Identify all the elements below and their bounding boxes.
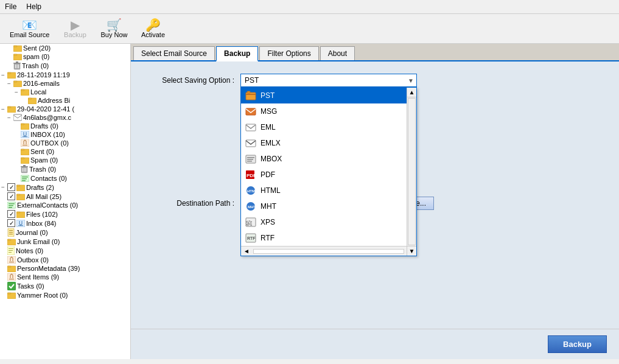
tree-label: Journal (0) <box>16 229 48 236</box>
tree-item[interactable]: PersonMetadata (39) <box>0 264 130 273</box>
dropdown-item-pdf[interactable]: PDFPDF <box>241 167 407 183</box>
dropdown-menu: PSTMSGEMLEMLXMBOXPDFPDFHTMLHTMLMHTMHT</>… <box>240 87 417 256</box>
bottom-bar: Backup <box>131 329 619 359</box>
scroll-up-button[interactable]: ▲ <box>407 88 416 97</box>
tree-item[interactable]: ✓All Mail (25) <box>0 192 130 201</box>
tab-filter-options[interactable]: Filter Options <box>259 46 318 60</box>
tree-item[interactable]: −29-04-2020 12-41 ( <box>0 105 130 113</box>
tab-about[interactable]: About <box>320 46 355 60</box>
svg-rect-46 <box>9 203 15 205</box>
tree-item[interactable]: Yammer Root (0) <box>0 291 130 299</box>
svg-rect-56 <box>9 234 13 234</box>
dropdown-scrollbar: ▲ ▼ <box>407 88 416 256</box>
menu-bar: File Help <box>0 0 619 14</box>
dropdown-item-pst[interactable]: PST <box>241 88 407 103</box>
backup-action-button[interactable]: Backup <box>548 335 607 353</box>
tree-item[interactable]: spam (0) <box>0 52 130 61</box>
tree-item[interactable]: ExternalContacts (0) <box>0 201 130 209</box>
dropdown-item-mbox[interactable]: MBOX <box>241 151 407 167</box>
tree-item[interactable]: Sent (20) <box>0 44 130 52</box>
tree-item[interactable]: −Local <box>0 88 130 96</box>
tree-item[interactable]: −28-11-2019 11:19 <box>0 71 130 79</box>
tree-item[interactable]: Contacts (0) <box>0 174 130 183</box>
tree-item[interactable]: ✓Inbox (84) <box>0 219 130 228</box>
tree-label: Tasks (0) <box>17 282 44 290</box>
tree-label: Junk Email (0) <box>17 238 60 245</box>
scroll-down-button[interactable]: ▼ <box>407 246 416 256</box>
tree-item[interactable]: Address Bi <box>0 96 130 105</box>
hscroll-left-button[interactable]: ◄ <box>241 248 252 254</box>
tree-item[interactable]: Notes (0) <box>0 246 130 256</box>
tree-toggle[interactable]: − <box>1 72 7 79</box>
svg-rect-75 <box>246 108 256 115</box>
svg-rect-80 <box>247 159 253 160</box>
svg-rect-51 <box>16 220 25 227</box>
checkbox[interactable]: ✓ <box>7 219 15 227</box>
dropdown-item-msg[interactable]: MSG <box>241 103 407 119</box>
hscroll-track <box>253 249 404 254</box>
svg-rect-33 <box>24 168 25 172</box>
tab-backup[interactable]: Backup <box>216 46 258 61</box>
tree-icon <box>7 256 16 264</box>
email-source-button[interactable]: 📧 Email Source <box>5 16 54 41</box>
saving-option-select[interactable]: PST ▼ <box>240 74 417 87</box>
tree-icon <box>7 273 16 281</box>
tree-label: Sent (20) <box>23 44 51 52</box>
emlx-format-icon <box>245 138 257 148</box>
tree-item[interactable]: −4n6labs@gmx.c <box>0 113 130 122</box>
dropdown-item-eml[interactable]: EML <box>241 119 407 135</box>
svg-rect-11 <box>7 72 11 74</box>
tree-label: Drafts (2) <box>26 184 54 191</box>
tree-label: Outbox (0) <box>17 256 49 264</box>
tree-item[interactable]: −2016-emails <box>0 79 130 88</box>
tree-item[interactable]: Drafts (0) <box>0 122 130 130</box>
main-container: Sent (20)spam (0)Trash (0)−28-11-2019 11… <box>0 44 619 359</box>
checkbox[interactable]: ✓ <box>7 210 15 218</box>
html-format-icon: HTML <box>245 186 257 195</box>
svg-rect-47 <box>9 205 13 206</box>
dropdown-item-html[interactable]: HTMLHTML <box>241 183 407 198</box>
backup-button[interactable]: ▶ Backup <box>57 16 93 41</box>
menu-help[interactable]: Help <box>21 1 46 12</box>
tree-item[interactable]: OUTBOX (0) <box>0 139 130 147</box>
checkbox[interactable]: ✓ <box>7 192 15 200</box>
mbox-format-icon <box>245 154 257 164</box>
tree-toggle[interactable]: − <box>15 89 21 96</box>
tree-label: Spam (0) <box>30 156 58 164</box>
tree-item[interactable]: Outbox (0) <box>0 256 130 264</box>
tree-item[interactable]: Tasks (0) <box>0 281 130 291</box>
tree-item[interactable]: INBOX (10) <box>0 130 130 139</box>
tree-label: INBOX (10) <box>30 131 65 138</box>
svg-rect-34 <box>26 168 26 172</box>
tree-item[interactable]: Spam (0) <box>0 156 130 164</box>
menu-file[interactable]: File <box>0 1 21 12</box>
tree-icon <box>16 220 25 227</box>
svg-rect-15 <box>21 89 24 91</box>
tree-toggle[interactable]: − <box>7 114 13 121</box>
activate-button[interactable]: 🔑 Activate <box>135 16 171 41</box>
dropdown-item-xps[interactable]: </>XPSXPS <box>241 214 407 230</box>
tree-item[interactable]: ✓Files (102) <box>0 209 130 219</box>
svg-text:XPS: XPS <box>246 223 253 226</box>
tree-item[interactable]: Junk Email (0) <box>0 237 130 246</box>
svg-rect-42 <box>16 185 20 186</box>
tree-item[interactable]: Trash (0) <box>0 61 130 71</box>
tree-item[interactable]: Sent Items (9) <box>0 273 130 281</box>
tree-icon <box>7 71 16 79</box>
tree-toggle[interactable]: − <box>1 184 7 191</box>
dropdown-item-emlx[interactable]: EMLX <box>241 135 407 151</box>
checkbox[interactable]: ✓ <box>7 183 15 191</box>
tree-toggle[interactable]: − <box>1 106 7 113</box>
tree-item[interactable]: Sent (0) <box>0 147 130 156</box>
tree-item[interactable]: Journal (0) <box>0 228 130 237</box>
svg-rect-1 <box>13 46 17 47</box>
tree-toggle[interactable]: − <box>7 80 13 87</box>
tree-label: All Mail (25) <box>26 193 61 200</box>
dropdown-item-rtf[interactable]: RTFRTF <box>241 230 407 246</box>
dropdown-item-mht[interactable]: MHTMHT <box>241 198 407 214</box>
buy-now-button[interactable]: 🛒 Buy Now <box>96 16 132 41</box>
tree-item[interactable]: Trash (0) <box>0 164 130 174</box>
mht-format-icon: MHT <box>245 201 257 211</box>
tree-item[interactable]: −✓Drafts (2) <box>0 183 130 192</box>
tab-select-email-source[interactable]: Select Email Source <box>133 46 215 60</box>
